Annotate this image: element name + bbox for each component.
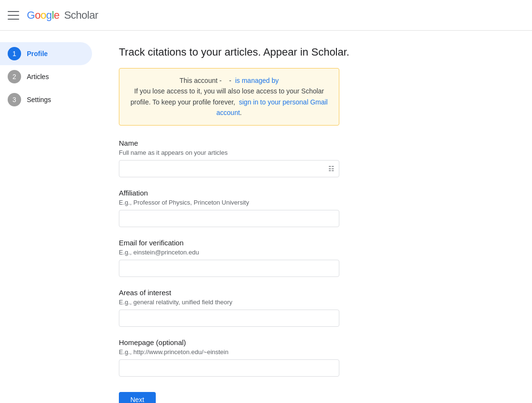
email-input[interactable] bbox=[119, 260, 339, 277]
homepage-input[interactable] bbox=[119, 359, 339, 377]
name-input-icon: ☷ bbox=[328, 165, 335, 173]
name-input[interactable] bbox=[119, 160, 339, 177]
sidebar-item-profile[interactable]: 1 Profile bbox=[0, 42, 92, 65]
affiliation-hint: E.g., Professor of Physics, Princeton Un… bbox=[119, 199, 339, 206]
step-3-circle: 3 bbox=[8, 93, 21, 106]
sidebar-label-profile: Profile bbox=[27, 50, 48, 58]
sidebar-label-articles: Articles bbox=[27, 73, 49, 81]
app-header: Google Scholar bbox=[0, 0, 532, 31]
affiliation-section: Affiliation E.g., Professor of Physics, … bbox=[119, 189, 339, 227]
app-logo: Google Scholar bbox=[27, 9, 98, 22]
next-button[interactable]: Next bbox=[119, 392, 156, 403]
affiliation-label: Affiliation bbox=[119, 189, 339, 197]
homepage-label: Homepage (optional) bbox=[119, 338, 339, 346]
interests-section: Areas of interest E.g., general relativi… bbox=[119, 288, 339, 327]
name-hint: Full name as it appears on your articles bbox=[119, 149, 339, 156]
sidebar-item-settings[interactable]: 3 Settings bbox=[0, 88, 92, 111]
main-container: 1 Profile 2 Articles 3 Settings Track ci… bbox=[0, 31, 532, 403]
interests-hint: E.g., general relativity, unified field … bbox=[119, 299, 339, 306]
main-content: Track citations to your articles. Appear… bbox=[96, 31, 532, 403]
warning-box: This account - - is managed by If you lo… bbox=[119, 68, 339, 126]
affiliation-input[interactable] bbox=[119, 210, 339, 227]
step-2-circle: 2 bbox=[8, 70, 21, 83]
scholar-logo-text: Scholar bbox=[64, 9, 98, 21]
interests-input[interactable] bbox=[119, 310, 339, 327]
email-hint: E.g., einstein@princeton.edu bbox=[119, 249, 339, 256]
name-input-wrapper: ☷ bbox=[119, 160, 339, 177]
page-title: Track citations to your articles. Appear… bbox=[119, 46, 509, 58]
managed-by-text: is managed by bbox=[235, 77, 278, 84]
name-section: Name Full name as it appears on your art… bbox=[119, 139, 339, 177]
email-section: Email for verification E.g., einstein@pr… bbox=[119, 239, 339, 277]
homepage-section: Homepage (optional) E.g., http://www.pri… bbox=[119, 338, 339, 377]
step-1-circle: 1 bbox=[8, 47, 21, 60]
name-label: Name bbox=[119, 139, 339, 147]
sidebar-label-settings: Settings bbox=[27, 96, 51, 104]
warning-prefix: This account - bbox=[179, 77, 221, 84]
google-logo-text: Google bbox=[27, 9, 62, 21]
email-label: Email for verification bbox=[119, 239, 339, 247]
sidebar-item-articles[interactable]: 2 Articles bbox=[0, 65, 92, 88]
homepage-hint: E.g., http://www.princeton.edu/~einstein bbox=[119, 348, 339, 356]
sidebar: 1 Profile 2 Articles 3 Settings bbox=[0, 31, 96, 403]
hamburger-menu-icon[interactable] bbox=[8, 10, 19, 21]
warning-suffix: . bbox=[240, 109, 242, 116]
interests-label: Areas of interest bbox=[119, 288, 339, 297]
